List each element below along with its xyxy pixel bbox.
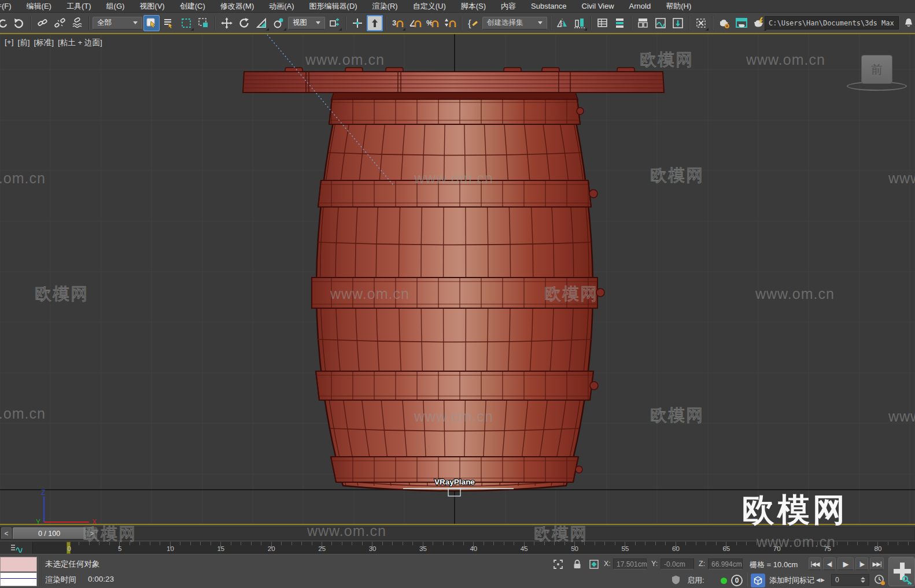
chevron-down-icon: [133, 21, 138, 24]
next-frame-arrow[interactable]: >: [87, 527, 97, 539]
menu-scripting[interactable]: 脚本(S): [453, 0, 493, 13]
listener-splitter[interactable]: [39, 557, 42, 586]
rendered-frame-window-icon[interactable]: [733, 15, 750, 31]
previous-frame-button[interactable]: ◀|: [823, 557, 836, 570]
window-crossing-icon[interactable]: [195, 15, 212, 31]
bind-spacewarp-icon[interactable]: [69, 15, 86, 31]
coord-z-field[interactable]: 66.994cm: [708, 559, 743, 569]
time-slider-track[interactable]: [0, 527, 915, 540]
axis-y-label: Y: [36, 518, 40, 525]
previous-frame-arrow[interactable]: <: [1, 527, 12, 539]
percent-snap-icon[interactable]: %: [425, 15, 441, 31]
selection-filter-dropdown[interactable]: 全部: [93, 17, 142, 29]
top-plank[interactable]: [243, 68, 664, 93]
scale-icon[interactable]: [253, 15, 270, 31]
redo-icon[interactable]: [12, 15, 28, 31]
mute-badge[interactable]: 0: [731, 575, 743, 586]
time-tag-cube-icon[interactable]: [751, 574, 765, 587]
key-mode-toggle[interactable]: ◀▶: [813, 574, 828, 586]
menu-file[interactable]: 文件(F): [0, 0, 19, 13]
angle-snap-icon[interactable]: [407, 15, 423, 31]
viewport-front[interactable]: VRayPlane [+] [前] [标准] [粘土 + 边面] 前 Z Y X: [0, 33, 915, 525]
selection-lock-toggle[interactable]: [570, 558, 584, 571]
toolbar-separator: [689, 16, 690, 30]
barrel-top-rim: [331, 93, 578, 99]
viewport-menu-renderer[interactable]: [标准]: [34, 38, 54, 48]
select-link-icon[interactable]: [35, 15, 51, 31]
viewcube-face-label: 前: [871, 62, 883, 77]
pivot-center-icon[interactable]: [326, 15, 342, 31]
go-to-start-button[interactable]: |◀◀: [809, 557, 821, 570]
place-icon[interactable]: [271, 15, 287, 31]
menu-rendering[interactable]: 渲染(R): [365, 0, 405, 13]
mirror-icon[interactable]: [554, 15, 570, 31]
material-editor-icon[interactable]: [693, 15, 709, 31]
track-bar[interactable]: 05 1015 2025 3035 4045 5055 6065 7075 80…: [0, 542, 915, 554]
track-bar-ruler[interactable]: 05 1015 2025 3035 4045 5055 6065 7075 80…: [33, 542, 915, 554]
select-object-button[interactable]: [143, 15, 160, 31]
shield-icon[interactable]: [669, 574, 682, 586]
menu-substance[interactable]: Substance: [523, 0, 574, 13]
menu-graph-editors[interactable]: 图形编辑器(D): [302, 0, 365, 13]
time-configuration-icon[interactable]: [872, 574, 887, 586]
selection-region-icon[interactable]: [178, 15, 194, 31]
menu-arnold[interactable]: Arnold: [622, 0, 659, 13]
viewport-menu-pov[interactable]: [前]: [17, 38, 29, 48]
macro-recorder-field[interactable]: [0, 557, 37, 572]
toolbar-separator: [631, 16, 632, 30]
reference-coordsys-dropdown[interactable]: 视图: [288, 17, 325, 29]
next-frame-button[interactable]: |▶: [855, 557, 868, 570]
add-time-tag-label[interactable]: 添加时间标记: [769, 575, 814, 586]
menu-help[interactable]: 帮助(H): [658, 0, 699, 13]
layer-explorer-icon[interactable]: [612, 15, 628, 31]
play-button[interactable]: ▶: [837, 557, 854, 570]
menu-create[interactable]: 创建(C): [172, 0, 213, 13]
curve-editor-icon[interactable]: [652, 15, 669, 31]
notification-bell-icon[interactable]: [902, 17, 915, 31]
menu-content[interactable]: 内容: [493, 0, 523, 13]
viewcube[interactable]: 前: [861, 55, 892, 84]
set-keys-button[interactable]: [888, 557, 915, 586]
coord-y-field[interactable]: -0.0cm: [661, 559, 694, 569]
project-folder-field[interactable]: C:\Users\Han\Documents\3ds Max 2022: [765, 16, 899, 29]
menu-views[interactable]: 视图(V): [132, 0, 172, 13]
menu-customize[interactable]: 自定义(U): [405, 0, 453, 13]
frame-spinner[interactable]: [861, 577, 865, 583]
named-selection-dropdown[interactable]: 创建选择集: [482, 17, 547, 29]
undo-icon[interactable]: [0, 15, 10, 31]
viewport-menu-general[interactable]: [+]: [5, 38, 13, 48]
menu-group[interactable]: 组(G): [99, 0, 132, 13]
coord-x-field[interactable]: 17.501cm: [613, 559, 647, 569]
mini-curve-editor-icon[interactable]: [0, 542, 33, 554]
render-setup-icon[interactable]: [716, 15, 732, 31]
toolbar-separator: [345, 16, 346, 30]
snap-3d-icon[interactable]: 3: [390, 15, 406, 31]
time-slider-handle[interactable]: 0 / 100: [13, 527, 86, 539]
move-icon[interactable]: [219, 15, 235, 31]
rotate-icon[interactable]: [236, 15, 252, 31]
menu-animation[interactable]: 动画(A): [261, 0, 301, 13]
ribbon-toggle-icon[interactable]: [635, 15, 651, 31]
named-selection-sets-icon[interactable]: {: [465, 15, 481, 31]
manipulate-icon[interactable]: [349, 15, 366, 31]
align-icon[interactable]: [571, 15, 588, 31]
maxscript-mini-listener[interactable]: [0, 572, 37, 586]
status-prompt: 未选定任何对象: [45, 559, 100, 569]
menu-tools[interactable]: 工具(T): [59, 0, 99, 13]
barrel-model[interactable]: [243, 68, 664, 491]
current-frame-field[interactable]: 0: [831, 574, 869, 586]
unlink-icon[interactable]: [52, 15, 68, 31]
schematic-view-icon[interactable]: [670, 15, 686, 31]
spinner-snap-icon[interactable]: [442, 15, 458, 31]
keyboard-override-button[interactable]: [367, 15, 383, 31]
isolate-selection-toggle[interactable]: [551, 558, 566, 571]
select-by-name-icon[interactable]: [161, 15, 177, 31]
menu-modifiers[interactable]: 修改器(M): [213, 0, 262, 13]
svg-text:{: {: [468, 18, 471, 29]
absolute-relative-coord-toggle[interactable]: [586, 558, 602, 571]
scene-explorer-icon[interactable]: [595, 15, 611, 31]
menu-civil-view[interactable]: Civil View: [574, 0, 622, 13]
menu-edit[interactable]: 编辑(E): [19, 0, 59, 13]
viewport-menu-shading[interactable]: [粘土 + 边面]: [58, 38, 102, 48]
go-to-end-button[interactable]: ▶▶|: [870, 557, 884, 570]
